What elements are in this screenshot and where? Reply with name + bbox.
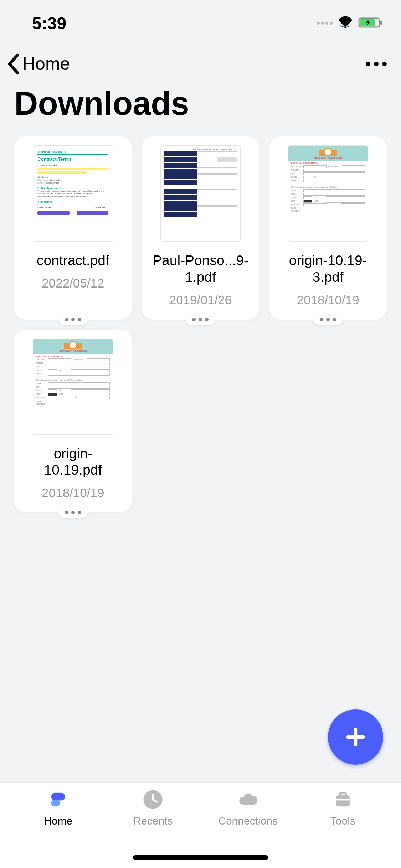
- file-name: Paul-Ponso...9-1.pdf: [151, 252, 251, 286]
- file-card[interactable]: Umbrella Accounting Contract Terms Choic…: [14, 136, 132, 320]
- cloud-icon: [238, 789, 258, 810]
- file-thumbnail: Admission Application PERSONAL INFORMATI…: [288, 145, 368, 242]
- tab-label: Home: [44, 815, 72, 827]
- signal-strength-icon: [317, 22, 333, 25]
- file-date: 2019/01/26: [169, 293, 232, 307]
- status-icons: [317, 15, 383, 31]
- file-more-button[interactable]: [313, 314, 343, 325]
- clock-icon: [143, 789, 163, 810]
- svg-rect-4: [51, 800, 60, 806]
- more-button[interactable]: [366, 62, 387, 66]
- svg-rect-1: [380, 21, 382, 25]
- add-button[interactable]: [328, 709, 383, 765]
- tab-label: Recents: [133, 815, 173, 827]
- file-card[interactable]: Admission Application PERSONAL INFORMATI…: [14, 330, 132, 513]
- wifi-icon: [338, 15, 353, 31]
- status-bar: 5:39: [0, 0, 401, 36]
- files-grid: Umbrella Accounting Contract Terms Choic…: [0, 136, 401, 512]
- svg-rect-3: [51, 793, 65, 801]
- status-time: 5:39: [32, 14, 66, 33]
- file-thumbnail: PAUL PONSONBY LIMITED SITE SURVEY ○: [160, 145, 241, 242]
- home-icon: [48, 789, 68, 810]
- home-indicator[interactable]: [133, 855, 268, 860]
- nav-bar: Home: [0, 36, 401, 81]
- file-thumbnail: Admission Application PERSONAL INFORMATI…: [33, 339, 113, 435]
- tab-label: Tools: [330, 815, 355, 827]
- file-more-button[interactable]: [186, 314, 215, 325]
- tab-label: Connections: [218, 815, 278, 827]
- file-name: contract.pdf: [35, 252, 111, 269]
- svg-rect-8: [340, 793, 346, 796]
- page-title: Downloads: [0, 81, 401, 136]
- file-date: 2022/05/12: [42, 276, 104, 290]
- battery-charging-icon: [358, 16, 383, 30]
- back-button[interactable]: Home: [7, 53, 70, 74]
- file-more-button[interactable]: [58, 314, 88, 325]
- file-date: 2018/10/19: [297, 293, 359, 307]
- plus-icon: [344, 725, 367, 749]
- toolbox-icon: [333, 789, 353, 810]
- chevron-left-icon: [7, 54, 20, 74]
- file-thumbnail: Umbrella Accounting Contract Terms Choic…: [33, 145, 113, 242]
- file-name: origin-10.19.pdf: [23, 445, 123, 479]
- back-label: Home: [22, 53, 70, 74]
- file-date: 2018/10/19: [42, 486, 104, 500]
- file-card[interactable]: Admission Application PERSONAL INFORMATI…: [269, 136, 387, 320]
- file-name: origin-10.19-3.pdf: [278, 252, 378, 286]
- tab-tools[interactable]: Tools: [295, 789, 390, 868]
- tab-home[interactable]: Home: [11, 789, 106, 868]
- file-card[interactable]: PAUL PONSONBY LIMITED SITE SURVEY ○ Paul…: [142, 136, 259, 320]
- file-more-button[interactable]: [58, 507, 88, 518]
- svg-rect-7: [336, 799, 350, 801]
